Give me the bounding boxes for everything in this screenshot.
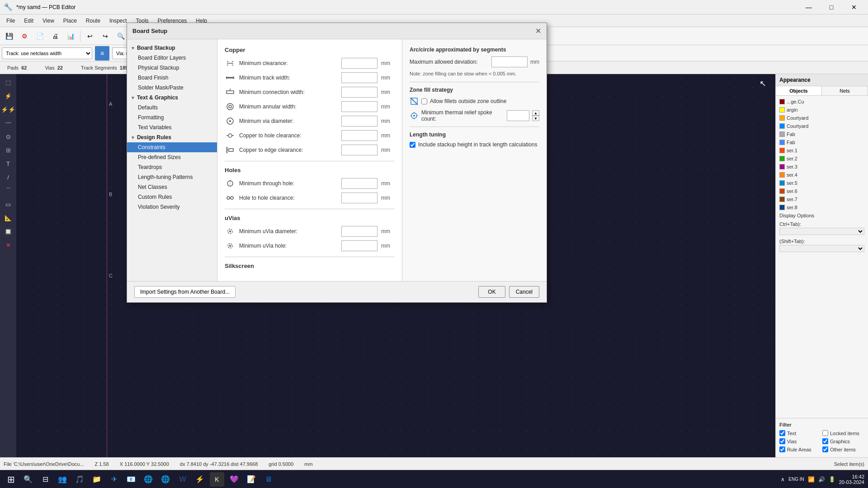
tree-violation-severity[interactable]: Violation Severity	[127, 202, 217, 212]
print-button[interactable]: 🖨	[48, 29, 62, 43]
schematic-button[interactable]: 📄	[33, 29, 47, 43]
spotify-button[interactable]: 🎵	[72, 472, 87, 487]
shift-tab-select[interactable]	[779, 245, 864, 252]
tree-board-editor-layers[interactable]: Board Editor Layers	[127, 53, 217, 63]
chrome-button[interactable]: 🌐	[158, 472, 173, 487]
layer-item-0[interactable]: ...ge.Cu	[776, 98, 868, 106]
filter-graphics-checkbox[interactable]	[822, 438, 828, 444]
dialog-close-button[interactable]: ✕	[535, 27, 541, 35]
track-width-dropdown[interactable]: Track: use netclass width	[2, 47, 92, 59]
min-clearance-input[interactable]: 0.4	[341, 58, 377, 69]
ctrl-tab-select[interactable]	[779, 228, 864, 235]
dev-button[interactable]: 🖥	[261, 472, 276, 487]
draw-line-button[interactable]: /	[2, 171, 14, 183]
menu-edit[interactable]: Edit	[19, 16, 38, 26]
import-settings-button[interactable]: Import Settings from Another Board...	[134, 286, 236, 298]
delete-button[interactable]: ✕	[2, 239, 14, 251]
plot-button[interactable]: 📊	[63, 29, 78, 43]
layer-item-fab1[interactable]: Fab	[776, 130, 868, 138]
tab-nets[interactable]: Nets	[822, 86, 868, 95]
tree-text-graphics[interactable]: ▼ Text & Graphics	[127, 93, 217, 103]
tune-single-button[interactable]: 〰	[2, 117, 14, 129]
tree-defaults[interactable]: Defaults	[127, 103, 217, 113]
close-button[interactable]: ✕	[844, 0, 864, 14]
tree-constraints[interactable]: Constraints	[127, 142, 217, 152]
layer-item-ser7[interactable]: ser.7	[776, 195, 868, 203]
maximize-button[interactable]: □	[821, 0, 842, 14]
tree-custom-rules[interactable]: Custom Rules	[127, 192, 217, 202]
hole-to-hole-input[interactable]: 0.4	[341, 192, 377, 203]
add-via-button[interactable]: ⊙	[2, 130, 14, 143]
tree-physical-stackup[interactable]: Physical Stackup	[127, 63, 217, 73]
cancel-button[interactable]: Cancel	[509, 286, 539, 298]
track-layout-button[interactable]: ≡	[95, 46, 109, 61]
volume-icon[interactable]: 🔊	[818, 476, 825, 483]
allow-fillets-checkbox[interactable]	[421, 99, 427, 104]
tree-solder-mask[interactable]: Solder Mask/Paste	[127, 83, 217, 93]
undo-button[interactable]: ↩	[83, 29, 97, 43]
tree-board-finish[interactable]: Board Finish	[127, 73, 217, 83]
outlook-button[interactable]: 📧	[124, 472, 138, 487]
layer-item-ser3[interactable]: ser.3	[776, 163, 868, 171]
spoke-spin-down[interactable]: ▼	[532, 116, 539, 121]
min-track-width-input[interactable]: 0.4	[341, 72, 377, 83]
tab-objects[interactable]: Objects	[776, 86, 822, 95]
edge-button[interactable]: 🌐	[141, 472, 156, 487]
footprint-button[interactable]: 🔲	[2, 225, 14, 238]
filter-locked-checkbox[interactable]	[822, 430, 828, 436]
min-annular-input[interactable]: 0.2	[341, 101, 377, 112]
select-button[interactable]: ⬚	[2, 76, 14, 89]
filter-vias-checkbox[interactable]	[779, 438, 785, 444]
min-connection-input[interactable]: 0.4	[341, 87, 377, 98]
min-via-input[interactable]: 1.2	[341, 116, 377, 127]
max-deviation-input[interactable]: 0.005	[491, 56, 528, 67]
notes-button[interactable]: 📝	[244, 472, 259, 487]
draw-arc-button[interactable]: ⌒	[2, 184, 14, 197]
layer-item-ser4[interactable]: ser.4	[776, 171, 868, 179]
tree-text-variables[interactable]: Text Variables	[127, 122, 217, 132]
include-stackup-checkbox[interactable]	[410, 142, 415, 148]
draw-zone-button[interactable]: ⊞	[2, 144, 14, 156]
min-uvia-diameter-input[interactable]: 1.2	[341, 226, 377, 237]
spoke-spin-up[interactable]: ▲	[532, 110, 539, 116]
menu-file[interactable]: File	[2, 16, 19, 26]
copper-to-edge-input[interactable]: 0.2	[341, 145, 377, 155]
start-button[interactable]: ⊞	[4, 472, 18, 487]
add-text-button[interactable]: T	[2, 157, 14, 170]
measure-button[interactable]: 📐	[2, 211, 14, 224]
power-button[interactable]: ⚡	[193, 472, 207, 487]
layer-item-court2[interactable]: Courtyard	[776, 122, 868, 130]
battery-icon[interactable]: 🔋	[829, 476, 835, 483]
telegram-button[interactable]: ✈	[107, 472, 121, 487]
tree-design-rules[interactable]: ▼ Design Rules	[127, 132, 217, 142]
wifi-icon[interactable]: 📶	[808, 476, 815, 483]
kicad-taskbar-button[interactable]: K	[210, 472, 224, 487]
copper-to-hole-input[interactable]: 0.4	[341, 130, 377, 141]
tree-board-stackup[interactable]: ▼ Board Stackup	[127, 43, 217, 53]
layer-item-ser2[interactable]: ser.2	[776, 155, 868, 163]
menu-route[interactable]: Route	[81, 16, 105, 26]
vs-button[interactable]: 💜	[227, 472, 241, 487]
route-single-button[interactable]: ⚡	[2, 89, 14, 102]
layer-item-fab2[interactable]: Fab	[776, 138, 868, 146]
explorer-button[interactable]: 📁	[90, 472, 104, 487]
route-diff-button[interactable]: ⚡⚡	[2, 103, 14, 116]
filter-rule-areas-checkbox[interactable]	[779, 446, 785, 452]
min-through-hole-input[interactable]: 0.8	[341, 178, 377, 189]
minimize-button[interactable]: —	[798, 0, 819, 14]
tree-length-tuning[interactable]: Length-tuning Patterns	[127, 172, 217, 182]
layer-item-ser5[interactable]: ser.5	[776, 179, 868, 187]
chevron-up-icon[interactable]: ∧	[781, 476, 785, 483]
filter-other-checkbox[interactable]	[822, 446, 828, 452]
menu-view[interactable]: View	[38, 16, 59, 26]
tree-formatting[interactable]: Formatting	[127, 113, 217, 122]
tree-net-classes[interactable]: Net Classes	[127, 182, 217, 192]
draw-rect-button[interactable]: ▭	[2, 198, 14, 211]
redo-button[interactable]: ↪	[98, 29, 113, 43]
display-options-item[interactable]: Display Options	[776, 211, 868, 220]
tree-predefined-sizes[interactable]: Pre-defined Sizes	[127, 152, 217, 162]
layer-item-ser1[interactable]: ser.1	[776, 146, 868, 155]
layer-item-court1[interactable]: Courtyard	[776, 114, 868, 122]
thermal-spoke-input[interactable]: 2	[507, 110, 529, 121]
pcb-editor-button[interactable]: ⚙	[17, 29, 32, 43]
